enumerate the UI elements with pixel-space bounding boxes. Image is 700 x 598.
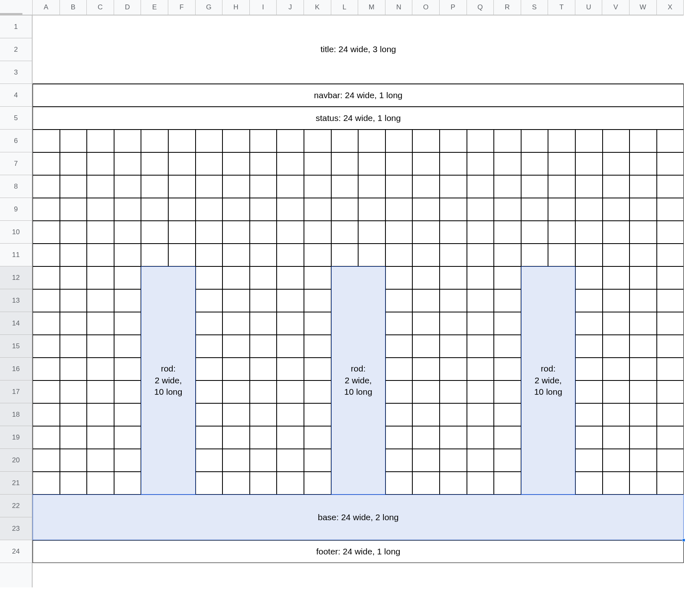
select-all-corner[interactable] <box>0 0 33 15</box>
cell[interactable] <box>196 312 223 335</box>
cell[interactable] <box>575 472 603 495</box>
cell[interactable] <box>440 335 467 358</box>
cell[interactable] <box>304 449 331 472</box>
navbar-block[interactable]: navbar: 24 wide, 1 long <box>33 84 684 107</box>
cell[interactable] <box>277 426 304 449</box>
cell[interactable] <box>60 426 87 449</box>
cell[interactable] <box>385 175 413 198</box>
cell[interactable] <box>114 152 141 175</box>
cell[interactable] <box>250 472 277 495</box>
cell[interactable] <box>603 221 630 244</box>
row-header-16[interactable]: 16 <box>0 358 33 380</box>
cell[interactable] <box>467 312 494 335</box>
cell[interactable] <box>33 175 60 198</box>
cell[interactable] <box>657 380 684 403</box>
column-header-X[interactable]: X <box>657 0 684 15</box>
cell[interactable] <box>548 198 575 221</box>
cell[interactable] <box>196 198 223 221</box>
cell[interactable] <box>494 289 521 312</box>
cell[interactable] <box>412 152 440 175</box>
row-header-20[interactable]: 20 <box>0 449 33 472</box>
cell[interactable] <box>440 472 467 495</box>
cell[interactable] <box>358 175 385 198</box>
cell[interactable] <box>114 426 141 449</box>
cell[interactable] <box>412 312 440 335</box>
cell[interactable] <box>141 198 168 221</box>
cell[interactable] <box>60 175 87 198</box>
title-block[interactable]: title: 24 wide, 3 long <box>33 15 684 84</box>
cell[interactable] <box>87 244 114 266</box>
cell[interactable] <box>494 152 521 175</box>
cell[interactable] <box>440 130 467 152</box>
cell[interactable] <box>630 312 657 335</box>
cell[interactable] <box>60 289 87 312</box>
cell[interactable] <box>60 130 87 152</box>
cell[interactable] <box>222 152 250 175</box>
cell[interactable] <box>467 266 494 289</box>
cell[interactable] <box>87 403 114 426</box>
row-header-1[interactable]: 1 <box>0 15 33 38</box>
cell[interactable] <box>657 175 684 198</box>
cell[interactable] <box>603 449 630 472</box>
cell[interactable] <box>494 198 521 221</box>
cell[interactable] <box>657 289 684 312</box>
row-header-3[interactable]: 3 <box>0 61 33 84</box>
cell[interactable] <box>385 335 413 358</box>
cell[interactable] <box>657 198 684 221</box>
cell[interactable] <box>412 472 440 495</box>
cell[interactable] <box>358 130 385 152</box>
cell[interactable] <box>168 175 196 198</box>
cell[interactable] <box>385 152 413 175</box>
cell[interactable] <box>603 403 630 426</box>
cell[interactable] <box>521 130 548 152</box>
cell[interactable] <box>87 130 114 152</box>
cell[interactable] <box>467 358 494 380</box>
cell[interactable] <box>548 152 575 175</box>
cell[interactable] <box>196 152 223 175</box>
column-header-Q[interactable]: Q <box>467 0 494 15</box>
cell[interactable] <box>385 289 413 312</box>
row-header-22[interactable]: 22 <box>0 495 33 517</box>
cell[interactable] <box>250 289 277 312</box>
cell[interactable] <box>440 358 467 380</box>
cell[interactable] <box>385 380 413 403</box>
cell[interactable] <box>494 335 521 358</box>
cell[interactable] <box>87 380 114 403</box>
cell[interactable] <box>603 152 630 175</box>
cell[interactable] <box>114 266 141 289</box>
cell[interactable] <box>331 244 359 266</box>
cell[interactable] <box>548 244 575 266</box>
cell[interactable] <box>494 130 521 152</box>
cell[interactable] <box>385 130 413 152</box>
cell[interactable] <box>304 244 331 266</box>
cell[interactable] <box>603 358 630 380</box>
cell[interactable] <box>87 175 114 198</box>
cell[interactable] <box>630 403 657 426</box>
row-header-7[interactable]: 7 <box>0 152 33 175</box>
cell[interactable] <box>114 380 141 403</box>
cell[interactable] <box>412 449 440 472</box>
cell[interactable] <box>603 426 630 449</box>
cell[interactable] <box>385 449 413 472</box>
cell[interactable] <box>87 335 114 358</box>
cell[interactable] <box>250 175 277 198</box>
column-header-K[interactable]: K <box>304 0 331 15</box>
cell[interactable] <box>33 198 60 221</box>
cell[interactable] <box>87 221 114 244</box>
cell[interactable] <box>250 426 277 449</box>
cell[interactable] <box>575 244 603 266</box>
cell[interactable] <box>196 403 223 426</box>
cell[interactable] <box>630 449 657 472</box>
cell[interactable] <box>575 266 603 289</box>
column-header-J[interactable]: J <box>277 0 304 15</box>
column-header-L[interactable]: L <box>331 0 359 15</box>
cell[interactable] <box>630 198 657 221</box>
cell[interactable] <box>412 358 440 380</box>
cell[interactable] <box>196 221 223 244</box>
cell[interactable] <box>168 198 196 221</box>
cell[interactable] <box>196 358 223 380</box>
cell[interactable] <box>304 198 331 221</box>
cell[interactable] <box>33 289 60 312</box>
cell[interactable] <box>440 244 467 266</box>
cell[interactable] <box>440 312 467 335</box>
